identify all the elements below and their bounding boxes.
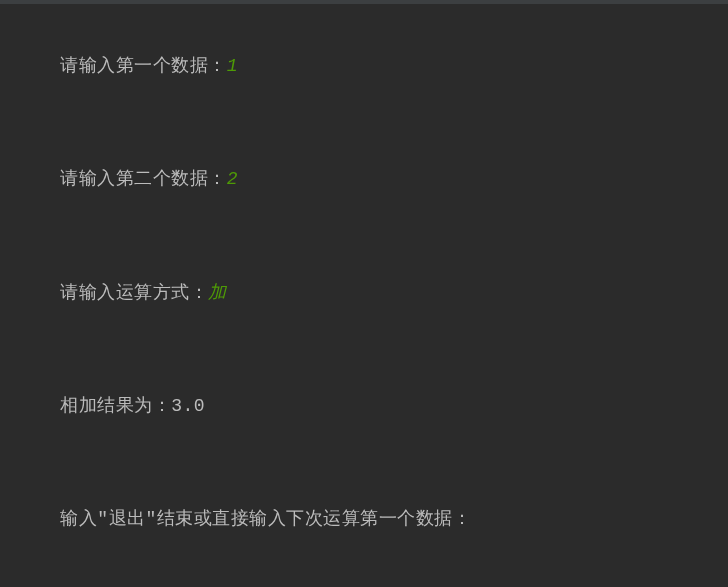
user-input: 2 xyxy=(227,169,238,189)
console-line: 请输入第一个数据：1 xyxy=(15,10,713,123)
console-output: 请输入第一个数据：1 请输入第二个数据：2 请输入运算方式：加 相加结果为：3.… xyxy=(15,10,713,587)
prompt-text: 请输入第二个数据： xyxy=(60,169,227,189)
user-input: 1 xyxy=(227,56,238,76)
output-text: 输入"退出"结束或直接输入下次运算第一个数据： xyxy=(60,509,471,529)
console-line: 相加结果为：3.0 xyxy=(15,350,713,463)
output-text: 相加结果为：3.0 xyxy=(60,396,205,416)
console-line: 输入"退出"结束或直接输入下次运算第一个数据： xyxy=(15,464,713,577)
console-line: 1 xyxy=(15,577,713,587)
console-line: 请输入第二个数据：2 xyxy=(15,123,713,236)
prompt-text: 请输入第一个数据： xyxy=(60,56,227,76)
prompt-text: 请输入运算方式： xyxy=(60,283,208,303)
console-line: 请输入运算方式：加 xyxy=(15,237,713,350)
title-bar-edge xyxy=(0,0,728,4)
user-input: 加 xyxy=(208,283,227,303)
